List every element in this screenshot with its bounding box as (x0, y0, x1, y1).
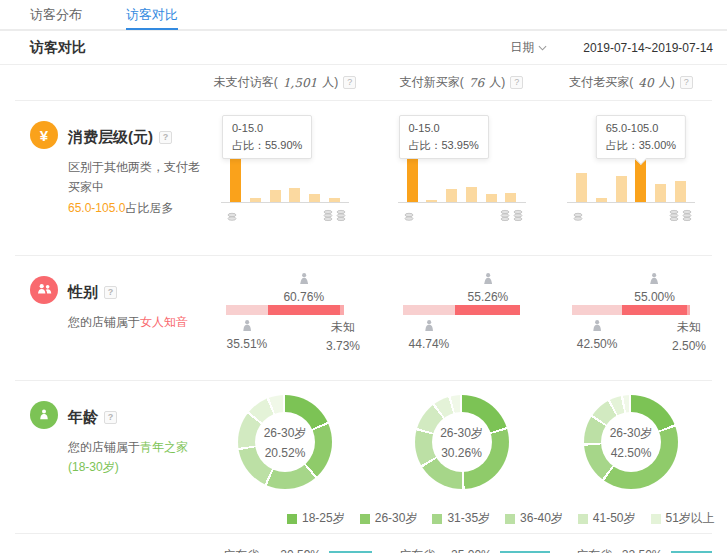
female-segment[interactable] (268, 305, 340, 315)
legend-swatch (578, 514, 588, 524)
female-percent: 55.00% (634, 291, 675, 303)
region-list-unpaid: 广东省20.59%浙江省11.06% (197, 534, 373, 553)
region-name: 广东省 (399, 547, 444, 553)
column-header-unpaid-visitors: 未支付访客(1,501人) ? (197, 74, 373, 91)
help-icon[interactable]: ? (104, 286, 117, 299)
gender-chart-repeat: 55.00%42.50%未知2.50% (550, 256, 712, 360)
help-icon[interactable]: ? (159, 131, 172, 144)
column-headers: 未支付访客(1,501人) ? 支付新买家(76人) ? 支付老买家(40人) … (15, 65, 712, 101)
gender-label-block: 性别 ? 您的店铺属于女人知音 (15, 256, 197, 380)
consume-bar[interactable] (466, 187, 477, 202)
male-segment[interactable] (226, 305, 268, 315)
consume-bar-chart: 65.0-105.0占比：35.00% (576, 101, 686, 235)
column-header-new-buyers: 支付新买家(76人) ? (373, 74, 550, 91)
page-title: 访客对比 (30, 39, 86, 57)
gender-desc: 您的店铺属于女人知音 (68, 312, 208, 332)
legend-item[interactable]: 51岁以上 (651, 510, 715, 527)
age-donut[interactable]: 26-30岁30.26% (415, 395, 509, 489)
gender-chart-new: 55.26%44.74% (373, 256, 550, 360)
unknown-segment[interactable] (340, 305, 344, 315)
male-segment[interactable] (572, 305, 622, 315)
age-donut-new: 26-30岁30.26% (373, 381, 550, 503)
help-icon[interactable]: ? (510, 76, 523, 89)
gender-highlight: 女人知音 (140, 315, 188, 329)
unknown-percent: 2.50% (672, 337, 706, 356)
yuan-icon: ¥ (30, 121, 58, 149)
consume-bar[interactable] (675, 181, 686, 202)
consume-bar[interactable] (446, 189, 457, 202)
axis-coin-icons (403, 209, 525, 222)
section-gender: 性别 ? 您的店铺属于女人知音 60.76%35.51%未知3.73% 55.2… (15, 256, 712, 381)
tab-visitor-compare[interactable]: 访客对比 (126, 0, 178, 29)
tooltip-range: 0-15.0 (232, 120, 302, 137)
help-icon[interactable]: ? (104, 411, 117, 424)
tooltip-share: 占比：55.90% (232, 137, 302, 154)
female-icon (480, 272, 495, 286)
consume-bar[interactable] (486, 194, 497, 202)
consume-bar[interactable] (289, 188, 300, 202)
consume-bar-chart: 0-15.0占比：53.95% (407, 101, 517, 235)
female-segment[interactable] (622, 305, 687, 315)
consume-chart-new: 0-15.0占比：53.95% (373, 101, 550, 235)
tab-bar: 访客分布 访客对比 (0, 0, 727, 31)
consume-bar[interactable] (616, 176, 627, 202)
legend-item[interactable]: 41-50岁 (578, 510, 636, 527)
unknown-segment[interactable] (687, 305, 690, 315)
age-donut[interactable]: 26-30岁20.52% (238, 395, 332, 489)
axis-coin-icons (226, 209, 348, 222)
legend-label: 26-30岁 (375, 510, 418, 527)
region-percent: 22.50% (618, 548, 662, 553)
coin-stack-large-icon (499, 209, 525, 222)
consume-bar[interactable] (655, 184, 666, 202)
male-stat: 42.50% (577, 319, 618, 350)
donut-center-label: 26-30岁42.50% (601, 412, 661, 472)
consume-bar[interactable] (407, 152, 418, 202)
donut-center-label: 26-30岁20.52% (255, 412, 315, 472)
age-donut[interactable]: 26-30岁42.50% (584, 395, 678, 489)
gender-stacked-bar (572, 305, 690, 315)
column-header-repeat-buyers: 支付老买家(40人) ? (550, 74, 712, 91)
female-segment[interactable] (455, 305, 520, 315)
coin-stack-small-icon (226, 212, 238, 222)
male-icon (590, 319, 605, 333)
visitor-compare-page: 访客分布 访客对比 访客对比 日期 2019-07-14~2019-07-14 … (0, 0, 727, 553)
date-filter-label: 日期 (510, 39, 534, 56)
consume-bar[interactable] (230, 152, 241, 202)
age-donut-unpaid: 26-30岁20.52% (197, 381, 373, 503)
unknown-stat: 未知2.50% (672, 318, 706, 356)
gender-title: 性别 ? (68, 276, 117, 304)
legend-item[interactable]: 26-30岁 (360, 510, 418, 527)
tooltip-share: 占比：53.95% (409, 137, 479, 154)
consume-bar[interactable] (309, 194, 320, 202)
help-icon[interactable]: ? (343, 76, 356, 89)
chart-tooltip: 65.0-105.0占比：35.00% (596, 115, 686, 159)
region-list-repeat: 广东省22.50%福建省12.50% (550, 534, 712, 553)
donut-center-label: 26-30岁30.26% (432, 412, 492, 472)
unknown-label: 未知 (326, 318, 360, 337)
date-filter-dropdown[interactable]: 日期 (510, 39, 547, 56)
x-axis (567, 202, 695, 203)
help-icon[interactable]: ? (680, 76, 693, 89)
consume-bar[interactable] (270, 190, 281, 202)
section-age: 年龄 ? 您的店铺属于青年之家(18-30岁) 26-30岁20.52% 26-… (15, 381, 712, 534)
section-region-top: 地域TOP ? 您的访客聚集在广东省 广东省20.59%浙江省11.06% 广东… (15, 534, 712, 553)
unknown-percent: 3.73% (326, 337, 360, 356)
tab-visitor-distribution[interactable]: 访客分布 (30, 0, 82, 29)
male-segment[interactable] (403, 305, 456, 315)
legend-item[interactable]: 31-35岁 (432, 510, 490, 527)
consume-bar[interactable] (576, 173, 587, 202)
male-stat: 35.51% (227, 319, 268, 350)
gender-chart: 55.26%44.74% (403, 256, 521, 360)
legend-item[interactable]: 18-25岁 (287, 510, 345, 527)
donut-center-range: 26-30岁 (440, 425, 483, 442)
consume-bar[interactable] (505, 193, 516, 202)
legend-item[interactable]: 36-40岁 (505, 510, 563, 527)
gender-chart: 60.76%35.51%未知3.73% (226, 256, 344, 360)
gender-stacked-bar (226, 305, 344, 315)
male-icon (239, 319, 254, 333)
chart-tooltip: 0-15.0占比：55.90% (222, 115, 312, 159)
donut-center-value: 42.50% (611, 446, 652, 460)
date-area: 日期 2019-07-14~2019-07-14 (510, 39, 713, 56)
region-row: 广东省25.00% (399, 544, 550, 553)
chevron-down-icon (538, 45, 547, 51)
